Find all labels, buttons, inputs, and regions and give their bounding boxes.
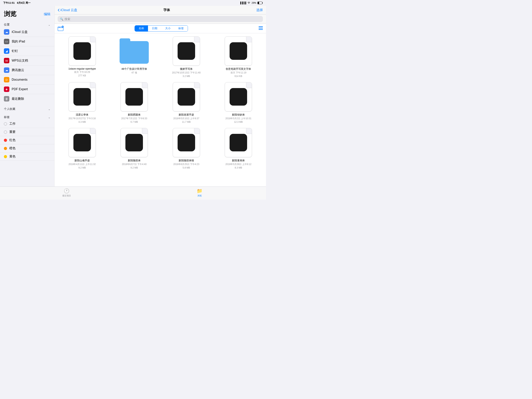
file-icon-wrapper xyxy=(172,128,201,157)
file-name: 默陌随想体 xyxy=(128,159,141,162)
recents-tab-label: 最近项目 xyxy=(62,194,71,197)
sort-tab-name[interactable]: 名称 xyxy=(135,26,148,31)
sidebar-item-trash[interactable]: 🗑 最近删除 xyxy=(0,94,54,103)
signal-icon: ▐▐▐▐ xyxy=(240,1,246,4)
file-icon-wrapper xyxy=(172,36,201,66)
sidebar-item-documents[interactable]: D Documents xyxy=(0,75,54,84)
sort-tabs: 名称日期大小标签 xyxy=(134,25,188,32)
locations-section-header: 位置 ⌄ xyxy=(0,21,54,27)
tab-browse[interactable]: 📁 浏览 xyxy=(133,188,266,197)
sidebar-item-label-dingding: 钉钉 xyxy=(12,49,18,53)
file-item-file10[interactable]: 默陌随想体细 2018年6月25日 下午4:23 5.8 MB xyxy=(162,128,211,169)
file-size: 614 KB xyxy=(235,75,242,77)
tag-label-red: 红色 xyxy=(9,138,16,142)
font-file-icon xyxy=(69,82,96,111)
svg-rect-4 xyxy=(259,26,263,27)
sidebar-item-tencent[interactable]: ☁ 腾讯微云 xyxy=(0,65,54,75)
sort-tab-size[interactable]: 大小 xyxy=(161,26,174,31)
tag-label-yellow: 黄色 xyxy=(9,154,16,159)
tag-label-important: 重要 xyxy=(9,130,16,134)
font-file-thumbnail xyxy=(73,42,91,60)
sidebar-header: 浏览 编辑 xyxy=(0,8,54,21)
battery-icon xyxy=(257,1,263,4)
file-icon-wrapper xyxy=(68,128,97,157)
file-item-file5[interactable]: 默陌肥圆体 2017年7月12日 下午8:33 6.7 MB xyxy=(110,82,159,123)
folder-tab xyxy=(120,38,130,43)
sidebar-item-wps[interactable]: W WPS云文档 xyxy=(0,56,54,65)
file-size: 6.7 MB xyxy=(130,121,138,123)
select-button[interactable]: 选择 xyxy=(256,8,263,12)
file-name: 默陌肥圆体 xyxy=(128,113,141,116)
file-date: 前天 下午11:19 xyxy=(231,71,246,74)
font-file-icon xyxy=(225,82,252,111)
tags-chevron-icon: ⌄ xyxy=(48,116,51,119)
file-item-file11[interactable]: 默陌童画体 2018年5月28日 上午9:12 8.3 MB xyxy=(214,128,263,169)
file-toolbar: 名称日期大小标签 xyxy=(55,24,266,33)
file-name: 创意笔刷手写英文字体 xyxy=(226,67,251,71)
tencent-icon: ☁ xyxy=(4,67,9,73)
sidebar-title: 浏览 xyxy=(4,10,16,18)
sidebar-item-label-icloud: iCloud 云盘 xyxy=(12,30,28,34)
browse-tab-icon: 📁 xyxy=(197,188,203,194)
file-date: 2018年5月10日 上午9:37 xyxy=(173,117,199,120)
file-item-file8[interactable]: 默陌山魂手迹 2018年4月11日 上午11:32 9.2 MB xyxy=(58,128,107,169)
file-name: 默陌山魂手迹 xyxy=(75,159,90,162)
page-title: 字体 xyxy=(77,8,256,12)
file-icon-wrapper xyxy=(68,36,97,66)
tag-item-red[interactable]: 红色 xyxy=(0,136,54,144)
tag-item-important[interactable]: 重要 xyxy=(0,128,54,136)
folder-body xyxy=(120,41,149,64)
sidebar-item-icloud[interactable]: ☁ iCloud 云盘 xyxy=(0,27,54,37)
file-date: 2018年4月11日 上午11:32 xyxy=(69,163,96,166)
file-icon-wrapper xyxy=(120,82,149,111)
file-size: 12.3 MB xyxy=(234,121,243,123)
tab-recents[interactable]: 🕐 最近项目 xyxy=(0,188,133,197)
dingding-icon: ◢ xyxy=(4,48,9,54)
file-item-file1[interactable]: 1stave-regular-opentype 前天 下午10:29 277 K… xyxy=(58,36,107,77)
tags-list: 工作 重要 红色 橙色 黄色 xyxy=(0,120,54,161)
file-date: 2017年7月12日 下午8:33 xyxy=(121,117,147,120)
favorites-chevron-icon: ⌄ xyxy=(48,108,51,111)
app-container: 浏览 编辑 位置 ⌄ ☁ iCloud 云盘 ▭ 我的 iPad ◢ 钉钉 W … xyxy=(0,6,266,187)
font-file-icon xyxy=(69,36,96,66)
sidebar-edit-button[interactable]: 编辑 xyxy=(44,12,51,16)
file-size: 9.2 MB xyxy=(130,166,138,169)
yellow-dot-icon xyxy=(4,155,7,158)
list-view-button[interactable] xyxy=(259,26,263,31)
file-item-file9[interactable]: 默陌随想体 2018年6月7日 下午4:40 9.2 MB xyxy=(110,128,159,169)
icloud-icon: ☁ xyxy=(4,29,9,35)
file-item-folder1[interactable]: 48个广告设计常用字体 47 项 xyxy=(110,36,159,77)
tags-label: 标签 xyxy=(4,116,10,119)
file-item-file6[interactable]: 默陌老屋手迹 2018年5月10日 上午9:37 11.7 MB xyxy=(162,82,211,123)
search-icon: 🔍 xyxy=(60,18,63,21)
file-name: 默陌老屋手迹 xyxy=(179,113,194,116)
tag-item-yellow[interactable]: 黄色 xyxy=(0,153,54,161)
sidebar-item-label-ipad: 我的 iPad xyxy=(12,39,25,44)
file-name: 傲娇手写体 xyxy=(180,67,193,71)
sort-tab-tag[interactable]: 标签 xyxy=(174,26,188,31)
file-size: 3.2 MB xyxy=(183,75,190,77)
sidebar-item-pdfexpert[interactable]: ◈ PDF Expert xyxy=(0,84,54,94)
favorites-section-header: 个人收藏 ⌄ xyxy=(0,106,54,112)
tag-item-work[interactable]: 工作 xyxy=(0,120,54,128)
file-name: 默陌随想体细 xyxy=(179,159,194,162)
sidebar-item-dingding[interactable]: ◢ 钉钉 xyxy=(0,46,54,56)
sidebar-item-ipad[interactable]: ▭ 我的 iPad xyxy=(0,37,54,46)
back-button[interactable]: iCloud 云盘 xyxy=(58,8,77,12)
search-input[interactable] xyxy=(64,17,260,21)
file-item-file7[interactable]: 默陌绿妖体 2018年5月2日 上午10:31 12.3 MB xyxy=(214,82,263,123)
file-date: 2017年10月13日 下午11:40 xyxy=(172,71,201,74)
file-item-file4[interactable]: 流星公举体 2017年10月27日 下午3:16 4.3 MB xyxy=(58,82,107,123)
font-file-thumbnail xyxy=(125,88,143,106)
tag-item-orange[interactable]: 橙色 xyxy=(0,144,54,153)
battery-indicator: 29% xyxy=(252,1,256,4)
trash-icon: 🗑 xyxy=(4,96,9,102)
file-item-file2[interactable]: 傲娇手写体 2017年10月13日 下午11:40 3.2 MB xyxy=(162,36,211,77)
font-file-thumbnail xyxy=(125,134,143,151)
font-file-icon xyxy=(69,128,96,157)
font-file-thumbnail xyxy=(230,88,247,106)
sort-tab-date[interactable]: 日期 xyxy=(148,26,161,31)
file-item-file3[interactable]: 创意笔刷手写英文字体 前天 下午11:19 614 KB xyxy=(214,36,263,77)
add-folder-button[interactable] xyxy=(58,26,64,31)
svg-rect-6 xyxy=(259,29,263,30)
